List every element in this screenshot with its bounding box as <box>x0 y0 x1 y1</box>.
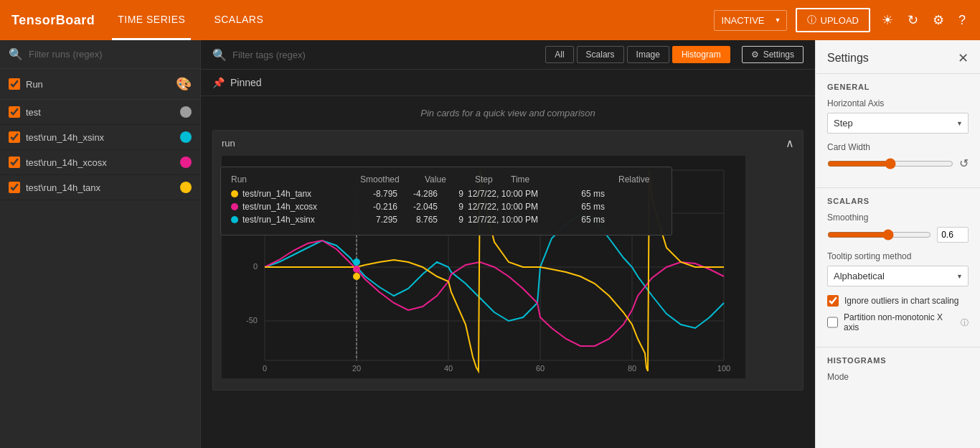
tag-image-button[interactable]: Image <box>627 46 669 63</box>
run-name-test: test <box>26 107 41 118</box>
partition-info-icon: ⓘ <box>961 317 969 328</box>
tooltip-smoothed-tanx: -8.795 <box>358 189 397 199</box>
tooltip-time-tanx: 12/7/22, 10:00 PM <box>468 189 561 199</box>
tag-all-button[interactable]: All <box>545 46 573 63</box>
partition-checkbox[interactable] <box>827 317 838 328</box>
tooltip-row-xcosx: test/run_14h_xcosx -0.216 -2.045 9 12/7/… <box>231 202 661 212</box>
tooltip-col-smoothed: Smoothed <box>360 174 410 185</box>
settings-icon-button[interactable]: ⚙ <box>930 9 947 31</box>
content-toolbar: 🔍 All Scalars Image Histogram ⚙ Settings <box>201 40 815 70</box>
settings-close-button[interactable]: ✕ <box>958 50 969 66</box>
settings-general-section: GENERAL Horizontal Axis Step Relative Wa… <box>816 74 980 188</box>
tooltip-name-tanx: test/run_14h_tanx <box>242 189 354 199</box>
run-checkbox-test[interactable] <box>9 106 20 118</box>
palette-icon[interactable]: 🎨 <box>176 76 192 92</box>
svg-text:0: 0 <box>263 364 267 373</box>
pinned-label: Pinned <box>230 77 262 88</box>
smoothing-slider[interactable] <box>827 229 931 241</box>
chart-tooltip: Run Smoothed Value Step Time Relative te… <box>220 167 672 235</box>
tooltip-sort-select[interactable]: Alphabetical Ascending Descending Defaul… <box>827 266 969 286</box>
theme-button[interactable]: ☀ <box>879 9 896 31</box>
run-checkbox-xcosx[interactable] <box>9 157 20 168</box>
run-name-xcosx: test\run_14h_xcosx <box>26 157 107 168</box>
sidebar: 🔍 Run 🎨 test test\run_14h_xsinx <box>0 40 201 448</box>
run-item[interactable]: test\run_14h_xcosx <box>0 150 200 175</box>
nav-tab-timeseries[interactable]: TIME SERIES <box>112 1 191 40</box>
svg-text:0: 0 <box>253 262 258 271</box>
svg-text:20: 20 <box>352 364 361 373</box>
tooltip-name-xcosx: test/run_14h_xcosx <box>242 202 354 212</box>
tag-buttons: All Scalars Image Histogram <box>545 46 730 63</box>
tooltip-col-step: Step <box>475 174 496 185</box>
tooltip-value-xsinx: 8.765 <box>402 215 438 225</box>
nav-tab-scalars[interactable]: SCALARS <box>208 1 269 40</box>
ignore-outliers-checkbox[interactable] <box>827 295 839 307</box>
ignore-outliers-label: Ignore outliers in chart scaling <box>844 296 958 306</box>
settings-panel-button[interactable]: ⚙ Settings <box>742 46 804 63</box>
inactive-select[interactable]: INACTIVE <box>714 10 787 31</box>
tooltip-col-time: Time <box>511 174 604 185</box>
card-width-slider[interactable] <box>827 158 953 169</box>
ignore-outliers-row: Ignore outliers in chart scaling <box>827 295 969 307</box>
run-item[interactable]: test\run_14h_tanx <box>0 175 200 200</box>
horizontal-axis-select-wrapper: Step Relative Wall <box>827 113 969 134</box>
run-item[interactable]: test\run_14h_xsinx <box>0 125 200 150</box>
settings-btn-icon: ⚙ <box>751 50 759 60</box>
svg-text:80: 80 <box>628 364 636 373</box>
upload-icon: ⓘ <box>807 14 816 27</box>
tooltip-col-relative: Relative <box>618 174 661 185</box>
horizontal-axis-label: Horizontal Axis <box>827 98 969 108</box>
tag-histogram-button[interactable]: Histogram <box>672 46 730 63</box>
search-icon: 🔍 <box>9 47 23 61</box>
card-width-reset-button[interactable]: ↺ <box>959 157 969 170</box>
run-name-tanx: test\run_14h_tanx <box>26 182 100 193</box>
tooltip-rel-xcosx: 65 ms <box>565 202 605 212</box>
nav-right: INACTIVE ⓘ UPLOAD ☀ ↻ ⚙ ? <box>714 8 969 32</box>
run-all-checkbox[interactable] <box>9 78 20 90</box>
svg-text:40: 40 <box>444 364 453 373</box>
help-button[interactable]: ? <box>956 10 969 31</box>
run-dot-xcosx <box>180 157 192 168</box>
svg-text:100: 100 <box>717 364 730 373</box>
run-header-label: Run <box>26 79 43 90</box>
search-input[interactable] <box>29 49 192 60</box>
run-header: Run 🎨 <box>0 69 200 100</box>
filter-search-icon: 🔍 <box>212 48 227 62</box>
filter-tags-input[interactable] <box>232 50 353 60</box>
settings-title: Settings <box>827 52 869 65</box>
tooltip-value-tanx: -4.286 <box>402 189 438 199</box>
settings-button-label: Settings <box>763 50 794 60</box>
run-checkbox-xsinx[interactable] <box>9 131 20 143</box>
upload-button[interactable]: ⓘ UPLOAD <box>796 8 870 32</box>
tooltip-smoothed-xcosx: -0.216 <box>358 202 397 212</box>
settings-scalars-title: SCALARS <box>827 197 969 205</box>
smoothing-input[interactable]: 0.6 <box>937 227 969 243</box>
pin-icon: 📌 <box>212 77 225 88</box>
upload-label: UPLOAD <box>821 15 859 26</box>
chart-card-header: run ∧ <box>213 131 803 156</box>
chart-card-title: run <box>222 138 235 149</box>
tag-scalars-button[interactable]: Scalars <box>577 46 624 63</box>
tooltip-col-run: Run <box>231 174 346 185</box>
card-collapse-button[interactable]: ∧ <box>786 136 794 150</box>
partition-label: Partition non-monotonic X axis <box>844 312 953 332</box>
run-dot-xsinx <box>180 131 192 143</box>
run-checkbox-tanx[interactable] <box>9 182 20 193</box>
settings-scalars-section: SCALARS Smoothing 0.6 Tooltip sorting me… <box>816 188 980 347</box>
refresh-button[interactable]: ↻ <box>905 9 921 31</box>
tooltip-header: Run Smoothed Value Step Time Relative <box>231 174 661 185</box>
run-name-xsinx: test\run_14h_xsinx <box>26 132 104 143</box>
svg-point-23 <box>353 266 360 273</box>
topnav: TensorBoard TIME SERIES SCALARS INACTIVE… <box>0 0 980 40</box>
card-width-slider-container: ↺ <box>827 157 969 170</box>
tooltip-dot-xcosx <box>231 203 238 210</box>
tooltip-dot-tanx <box>231 190 238 197</box>
histograms-title: HISTOGRAMS <box>827 356 969 365</box>
content-scroll: Pin cards for a quick view and compariso… <box>201 96 815 448</box>
inactive-wrapper: INACTIVE <box>714 10 787 31</box>
horizontal-axis-select[interactable]: Step Relative Wall <box>827 113 969 134</box>
run-item[interactable]: test <box>0 100 200 125</box>
tooltip-sort-select-wrapper: Alphabetical Ascending Descending Defaul… <box>827 266 969 286</box>
settings-histograms-section: HISTOGRAMS Mode <box>816 347 980 395</box>
logo: TensorBoard <box>11 13 95 28</box>
